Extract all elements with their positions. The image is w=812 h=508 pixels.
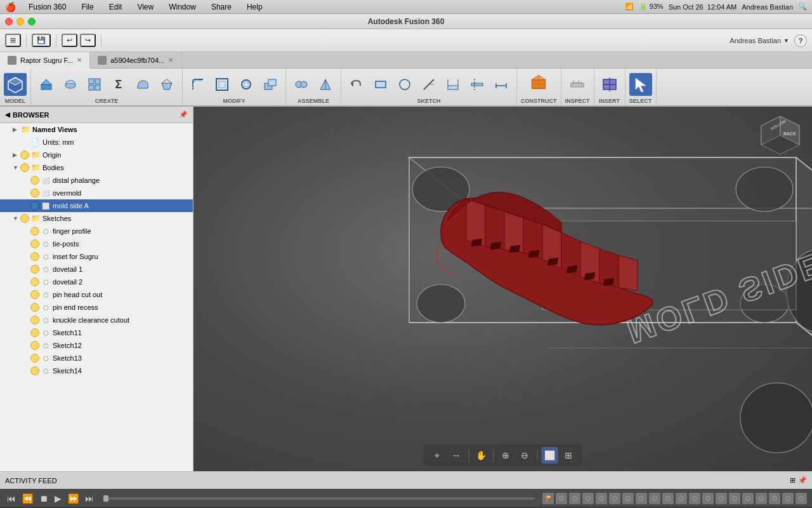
save-button[interactable]: 💾 <box>32 34 51 47</box>
minimize-button[interactable] <box>16 18 24 25</box>
moldsidea-visibility-icon[interactable] <box>30 201 39 210</box>
sketch-dovetail2-item[interactable]: ⬡ dovetail 2 <box>0 276 193 288</box>
measure-tool[interactable] <box>566 73 589 96</box>
grid-button[interactable]: ⊞ <box>5 34 21 47</box>
timeline-op-9[interactable]: ⬡ <box>649 493 660 504</box>
menu-file[interactable]: File <box>79 1 96 13</box>
playback-prev-btn[interactable]: ⏪ <box>20 493 35 504</box>
trim-sketch-tool[interactable] <box>466 73 488 96</box>
sketch-inset-item[interactable]: ⬡ inset for Sugru <box>0 250 193 263</box>
rect-sketch-tool[interactable] <box>369 73 392 96</box>
undo-sketch-tool[interactable] <box>345 73 368 96</box>
menu-share[interactable]: Share <box>209 1 234 13</box>
look-tool[interactable]: ↔ <box>448 447 464 464</box>
timeline-op-2[interactable]: ⬡ <box>556 493 567 504</box>
insert-canvas-tool[interactable] <box>598 73 621 96</box>
sketch-dovetail1-item[interactable]: ⬡ dovetail 1 <box>0 263 193 276</box>
plane-tool[interactable] <box>527 73 550 96</box>
playback-timeline[interactable] <box>103 497 535 500</box>
timeline-op-1[interactable]: 📦 <box>542 493 554 504</box>
activity-expand-icon[interactable]: ⊞ <box>790 476 796 485</box>
pinhead-visibility-icon[interactable] <box>30 290 39 299</box>
timeline-op-20[interactable]: ⬡ <box>796 493 807 504</box>
tab-raptor[interactable]: Raptor Sugru F... ✕ <box>0 52 90 69</box>
playback-stop-btn[interactable]: ⏹ <box>37 493 50 504</box>
timeline-op-18[interactable]: ⬡ <box>769 493 780 504</box>
origin-visibility-icon[interactable] <box>20 150 29 159</box>
orbit-tool[interactable]: ⌖ <box>429 447 445 464</box>
shell-tool[interactable] <box>211 73 233 96</box>
revolve-tool[interactable] <box>59 73 82 96</box>
timeline-marker[interactable] <box>103 495 108 502</box>
pan-tool[interactable]: ✋ <box>473 447 489 464</box>
sketches-item[interactable]: ▼ 📁 Sketches <box>0 212 193 225</box>
timeline-op-14[interactable]: ⬡ <box>716 493 727 504</box>
view-cube[interactable]: HOLLOW BACK <box>755 113 806 164</box>
apple-menu[interactable]: 🍎 <box>5 2 16 12</box>
viewport[interactable]: MOLD SIDE A <box>193 107 812 471</box>
joint-tool[interactable] <box>290 73 313 96</box>
zoom-out-tool[interactable]: ⊖ <box>516 447 533 464</box>
browser-collapse-icon[interactable]: ◀ <box>5 111 10 118</box>
model-tool[interactable] <box>4 73 27 96</box>
timeline-op-13[interactable]: ⬡ <box>702 493 714 504</box>
menu-fusion360[interactable]: Fusion 360 <box>26 1 69 13</box>
arc-sketch-tool[interactable] <box>417 73 440 96</box>
timeline-op-16[interactable]: ⬡ <box>742 493 754 504</box>
distal-visibility-icon[interactable] <box>30 176 39 185</box>
timeline-op-12[interactable]: ⬡ <box>689 493 700 504</box>
timeline-op-7[interactable]: ⬡ <box>622 493 634 504</box>
playback-next-btn[interactable]: ⏩ <box>66 493 81 504</box>
redo-button[interactable]: ↪ <box>80 34 96 47</box>
sketch14-visibility-icon[interactable] <box>30 366 39 375</box>
help-button[interactable]: ? <box>794 34 807 47</box>
inset-visibility-icon[interactable] <box>30 252 39 261</box>
extrude-tool[interactable] <box>35 73 58 96</box>
search-icon[interactable]: 🔍 <box>798 3 807 11</box>
tab-close-raptor[interactable]: ✕ <box>77 57 82 64</box>
timeline-op-17[interactable]: ⬡ <box>756 493 767 504</box>
timeline-op-6[interactable]: ⬡ <box>609 493 620 504</box>
sketch-pinend-item[interactable]: ⬡ pin end recess <box>0 301 193 314</box>
extrude-sketch-tool[interactable] <box>442 73 464 96</box>
bodies-item[interactable]: ▼ 📁 Bodies <box>0 161 193 174</box>
finger-visibility-icon[interactable] <box>30 227 39 236</box>
combine-tool[interactable] <box>259 73 282 96</box>
dim-sketch-tool[interactable] <box>490 73 513 96</box>
overmold-visibility-icon[interactable] <box>30 189 39 197</box>
tab-close-a5904[interactable]: ✕ <box>168 57 173 64</box>
sketch11-item[interactable]: ⬡ Sketch11 <box>0 326 193 339</box>
menu-edit[interactable]: Edit <box>107 1 125 13</box>
playback-start-btn[interactable]: ⏮ <box>5 493 18 504</box>
undo-button[interactable]: ↩ <box>62 34 77 47</box>
sketches-visibility-icon[interactable] <box>20 214 29 223</box>
menu-view[interactable]: View <box>134 1 156 13</box>
timeline-op-19[interactable]: ⬡ <box>782 493 794 504</box>
dovetail1-visibility-icon[interactable] <box>30 265 39 274</box>
bodies-visibility-icon[interactable] <box>20 163 29 172</box>
boundary-tool[interactable] <box>131 73 154 96</box>
pinend-visibility-icon[interactable] <box>30 303 39 312</box>
activity-pin-icon[interactable]: 📌 <box>798 476 807 485</box>
sum-tool[interactable]: Σ <box>107 73 130 96</box>
tab-a5904[interactable]: a5904ec9fb704... ✕ <box>90 52 181 69</box>
timeline-op-8[interactable]: ⬡ <box>636 493 647 504</box>
maximize-button[interactable] <box>28 18 36 25</box>
browser-pin-icon[interactable]: 📌 <box>179 110 188 118</box>
knuckle-visibility-icon[interactable] <box>30 316 39 324</box>
shaded-display-tool[interactable]: ⬜ <box>541 447 558 464</box>
close-button[interactable] <box>5 18 13 25</box>
tieposts-visibility-icon[interactable] <box>30 239 39 248</box>
timeline-op-4[interactable]: ⬡ <box>582 493 594 504</box>
timeline-op-15[interactable]: ⬡ <box>729 493 740 504</box>
timeline-op-10[interactable]: ⬡ <box>662 493 674 504</box>
sketch11-visibility-icon[interactable] <box>30 328 39 337</box>
dovetail2-visibility-icon[interactable] <box>30 277 39 286</box>
joint2-tool[interactable] <box>314 73 337 96</box>
body-distal-item[interactable]: ⬜ distal phalange <box>0 174 193 187</box>
sketch12-item[interactable]: ⬡ Sketch12 <box>0 339 193 352</box>
circle-sketch-tool[interactable] <box>393 73 416 96</box>
sketch-pinhead-item[interactable]: ⬡ pin head cut out <box>0 288 193 301</box>
sketch-tieposts-item[interactable]: ⬡ tie-posts <box>0 237 193 250</box>
origin-item[interactable]: ▶ 📁 Origin <box>0 149 193 161</box>
